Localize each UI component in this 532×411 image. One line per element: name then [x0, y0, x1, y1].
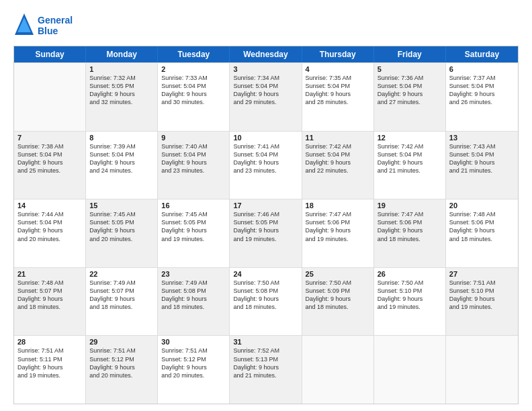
- day-number: 17: [233, 201, 298, 210]
- day-number: 27: [449, 270, 515, 278]
- calendar-header-cell: Wednesday: [230, 46, 302, 62]
- calendar-cell: 29Sunrise: 7:51 AM Sunset: 5:12 PM Dayli…: [86, 336, 158, 404]
- calendar-cell: 18Sunrise: 7:47 AM Sunset: 5:06 PM Dayli…: [302, 199, 374, 267]
- day-info: Sunrise: 7:50 AM Sunset: 5:10 PM Dayligh…: [378, 279, 442, 312]
- day-info: Sunrise: 7:42 AM Sunset: 5:04 PM Dayligh…: [378, 142, 442, 175]
- calendar-cell: 21Sunrise: 7:48 AM Sunset: 5:07 PM Dayli…: [14, 268, 86, 336]
- day-number: 20: [449, 201, 515, 210]
- day-number: 8: [89, 134, 154, 142]
- calendar-body: 1Sunrise: 7:32 AM Sunset: 5:05 PM Daylig…: [14, 62, 518, 404]
- day-info: Sunrise: 7:51 AM Sunset: 5:12 PM Dayligh…: [89, 347, 154, 379]
- calendar-cell: 13Sunrise: 7:43 AM Sunset: 5:04 PM Dayli…: [446, 132, 518, 199]
- calendar-cell: [374, 336, 446, 404]
- day-number: 18: [306, 201, 370, 210]
- day-number: 16: [161, 201, 226, 210]
- day-number: 6: [449, 65, 515, 73]
- day-info: Sunrise: 7:43 AM Sunset: 5:04 PM Dayligh…: [449, 142, 515, 175]
- calendar-cell: 11Sunrise: 7:42 AM Sunset: 5:04 PM Dayli…: [302, 132, 374, 199]
- day-info: Sunrise: 7:48 AM Sunset: 5:07 PM Dayligh…: [17, 279, 82, 312]
- calendar-header-cell: Tuesday: [158, 46, 230, 62]
- calendar-cell: 31Sunrise: 7:52 AM Sunset: 5:13 PM Dayli…: [230, 336, 302, 404]
- page: General Blue SundayMondayTuesdayWednesda…: [0, 0, 532, 411]
- day-info: Sunrise: 7:47 AM Sunset: 5:06 PM Dayligh…: [306, 210, 370, 243]
- day-info: Sunrise: 7:34 AM Sunset: 5:04 PM Dayligh…: [233, 74, 298, 107]
- calendar-cell: 8Sunrise: 7:39 AM Sunset: 5:04 PM Daylig…: [86, 132, 158, 199]
- day-info: Sunrise: 7:44 AM Sunset: 5:04 PM Dayligh…: [17, 210, 82, 243]
- day-number: 29: [89, 338, 154, 346]
- day-number: 30: [161, 338, 226, 346]
- day-info: Sunrise: 7:36 AM Sunset: 5:04 PM Dayligh…: [378, 74, 442, 107]
- calendar-header-cell: Sunday: [14, 46, 86, 62]
- calendar-header: SundayMondayTuesdayWednesdayThursdayFrid…: [14, 46, 518, 62]
- calendar-row: 1Sunrise: 7:32 AM Sunset: 5:05 PM Daylig…: [14, 62, 518, 131]
- day-number: 1: [89, 65, 154, 73]
- day-number: 5: [378, 65, 442, 73]
- day-info: Sunrise: 7:32 AM Sunset: 5:05 PM Dayligh…: [89, 74, 154, 107]
- day-info: Sunrise: 7:39 AM Sunset: 5:04 PM Dayligh…: [89, 142, 154, 175]
- calendar-cell: 24Sunrise: 7:50 AM Sunset: 5:08 PM Dayli…: [230, 268, 302, 336]
- calendar-cell: 9Sunrise: 7:40 AM Sunset: 5:04 PM Daylig…: [158, 132, 230, 199]
- calendar-row: 7Sunrise: 7:38 AM Sunset: 5:04 PM Daylig…: [14, 131, 518, 199]
- calendar-cell: 30Sunrise: 7:51 AM Sunset: 5:12 PM Dayli…: [158, 336, 230, 404]
- day-info: Sunrise: 7:45 AM Sunset: 5:05 PM Dayligh…: [89, 210, 154, 243]
- day-info: Sunrise: 7:52 AM Sunset: 5:13 PM Dayligh…: [233, 347, 298, 379]
- calendar-cell: [302, 336, 374, 404]
- calendar-cell: 5Sunrise: 7:36 AM Sunset: 5:04 PM Daylig…: [374, 63, 446, 131]
- day-info: Sunrise: 7:48 AM Sunset: 5:06 PM Dayligh…: [449, 210, 515, 243]
- calendar-cell: 25Sunrise: 7:50 AM Sunset: 5:09 PM Dayli…: [302, 268, 374, 336]
- logo: General Blue: [13, 12, 73, 39]
- day-info: Sunrise: 7:50 AM Sunset: 5:09 PM Dayligh…: [306, 279, 370, 312]
- calendar-row: 28Sunrise: 7:51 AM Sunset: 5:11 PM Dayli…: [14, 335, 518, 404]
- calendar-header-cell: Saturday: [446, 46, 518, 62]
- day-info: Sunrise: 7:46 AM Sunset: 5:05 PM Dayligh…: [233, 210, 298, 243]
- calendar-cell: 4Sunrise: 7:35 AM Sunset: 5:04 PM Daylig…: [302, 63, 374, 131]
- day-number: 13: [449, 134, 515, 142]
- day-info: Sunrise: 7:45 AM Sunset: 5:05 PM Dayligh…: [161, 210, 226, 243]
- day-number: 14: [17, 201, 82, 210]
- calendar-cell: 17Sunrise: 7:46 AM Sunset: 5:05 PM Dayli…: [230, 199, 302, 267]
- day-info: Sunrise: 7:42 AM Sunset: 5:04 PM Dayligh…: [306, 142, 370, 175]
- calendar-cell: 14Sunrise: 7:44 AM Sunset: 5:04 PM Dayli…: [14, 199, 86, 267]
- day-info: Sunrise: 7:35 AM Sunset: 5:04 PM Dayligh…: [306, 74, 370, 107]
- day-number: 11: [306, 134, 370, 142]
- day-info: Sunrise: 7:51 AM Sunset: 5:10 PM Dayligh…: [449, 279, 515, 312]
- logo-line1: General: [38, 15, 73, 26]
- header: General Blue: [13, 12, 519, 39]
- calendar-row: 21Sunrise: 7:48 AM Sunset: 5:07 PM Dayli…: [14, 267, 518, 336]
- calendar-cell: 15Sunrise: 7:45 AM Sunset: 5:05 PM Dayli…: [86, 199, 158, 267]
- day-info: Sunrise: 7:40 AM Sunset: 5:04 PM Dayligh…: [161, 142, 226, 175]
- calendar-cell: [446, 336, 518, 404]
- logo-line2: Blue: [38, 26, 73, 36]
- day-number: 3: [233, 65, 298, 73]
- calendar-cell: 28Sunrise: 7:51 AM Sunset: 5:11 PM Dayli…: [14, 336, 86, 404]
- day-info: Sunrise: 7:49 AM Sunset: 5:07 PM Dayligh…: [89, 279, 154, 312]
- day-info: Sunrise: 7:49 AM Sunset: 5:08 PM Dayligh…: [161, 279, 226, 312]
- day-number: 4: [306, 65, 370, 73]
- day-number: 25: [306, 270, 370, 278]
- day-number: 10: [233, 134, 298, 142]
- calendar-cell: [14, 63, 86, 131]
- calendar-cell: 7Sunrise: 7:38 AM Sunset: 5:04 PM Daylig…: [14, 132, 86, 199]
- calendar-cell: 6Sunrise: 7:37 AM Sunset: 5:04 PM Daylig…: [446, 63, 518, 131]
- day-number: 19: [378, 201, 442, 210]
- day-info: Sunrise: 7:33 AM Sunset: 5:04 PM Dayligh…: [161, 74, 226, 107]
- calendar-cell: 23Sunrise: 7:49 AM Sunset: 5:08 PM Dayli…: [158, 268, 230, 336]
- calendar-cell: 16Sunrise: 7:45 AM Sunset: 5:05 PM Dayli…: [158, 199, 230, 267]
- day-info: Sunrise: 7:51 AM Sunset: 5:11 PM Dayligh…: [17, 347, 82, 379]
- calendar-cell: 3Sunrise: 7:34 AM Sunset: 5:04 PM Daylig…: [230, 63, 302, 131]
- day-number: 2: [161, 65, 226, 73]
- calendar-cell: 22Sunrise: 7:49 AM Sunset: 5:07 PM Dayli…: [86, 268, 158, 336]
- calendar-cell: 12Sunrise: 7:42 AM Sunset: 5:04 PM Dayli…: [374, 132, 446, 199]
- day-number: 7: [17, 134, 82, 142]
- day-number: 9: [161, 134, 226, 142]
- calendar-header-cell: Monday: [86, 46, 158, 62]
- calendar: SundayMondayTuesdayWednesdayThursdayFrid…: [13, 46, 519, 404]
- day-info: Sunrise: 7:38 AM Sunset: 5:04 PM Dayligh…: [17, 142, 82, 175]
- calendar-cell: 2Sunrise: 7:33 AM Sunset: 5:04 PM Daylig…: [158, 63, 230, 131]
- calendar-cell: 20Sunrise: 7:48 AM Sunset: 5:06 PM Dayli…: [446, 199, 518, 267]
- day-number: 23: [161, 270, 226, 278]
- day-number: 12: [378, 134, 442, 142]
- logo-icon: [13, 12, 35, 36]
- day-number: 31: [233, 338, 298, 346]
- calendar-cell: 19Sunrise: 7:47 AM Sunset: 5:06 PM Dayli…: [374, 199, 446, 267]
